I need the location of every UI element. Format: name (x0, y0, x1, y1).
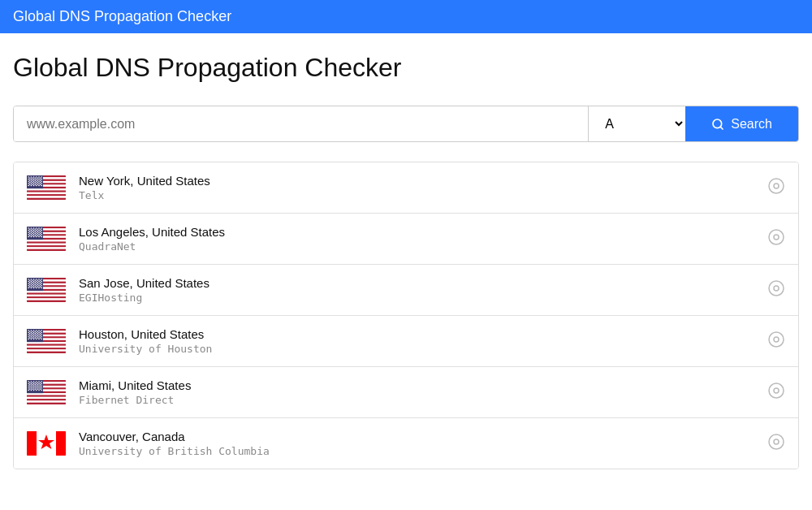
title-bar-label: Global DNS Propagation Checker (13, 8, 231, 24)
svg-point-36 (33, 183, 35, 184)
svg-point-53 (34, 179, 36, 181)
svg-point-163 (36, 283, 37, 284)
svg-point-307 (36, 390, 37, 391)
svg-point-26 (38, 179, 40, 180)
svg-point-111 (41, 236, 42, 238)
svg-line-1 (720, 127, 723, 129)
svg-rect-76 (27, 241, 66, 243)
svg-point-242 (38, 339, 40, 340)
svg-point-55 (40, 179, 41, 181)
svg-point-127 (29, 235, 31, 236)
svg-point-240 (33, 339, 35, 340)
svg-point-65 (40, 184, 41, 185)
svg-rect-207 (27, 342, 66, 344)
svg-point-222 (33, 332, 35, 334)
svg-point-93 (41, 230, 42, 231)
main-content: Global DNS Propagation Checker A AAAA CN… (0, 33, 812, 469)
svg-point-102 (33, 234, 35, 236)
svg-point-229 (36, 334, 37, 335)
svg-point-44 (38, 185, 40, 187)
svg-point-243 (41, 339, 42, 340)
svg-point-121 (40, 231, 41, 232)
svg-point-31 (36, 180, 37, 182)
svg-point-109 (36, 236, 37, 238)
svg-point-287 (31, 383, 32, 385)
svg-point-246 (34, 331, 36, 333)
svg-point-25 (36, 179, 37, 180)
svg-point-225 (41, 332, 42, 334)
svg-point-261 (34, 337, 36, 339)
svg-point-300 (33, 387, 35, 389)
svg-point-319 (40, 384, 41, 386)
table-row: San Jose, United StatesEGIHosting (14, 265, 798, 316)
svg-point-126 (40, 233, 41, 235)
svg-point-194 (32, 286, 33, 287)
svg-point-231 (41, 334, 42, 335)
svg-point-84 (33, 227, 35, 229)
svg-point-155 (31, 281, 32, 283)
provider-name: Telx (79, 189, 767, 201)
svg-point-166 (28, 285, 29, 287)
status-icon (767, 177, 785, 199)
svg-point-283 (36, 381, 37, 382)
svg-point-82 (28, 227, 29, 229)
svg-point-95 (31, 231, 32, 233)
search-icon (711, 118, 724, 131)
svg-point-252 (37, 333, 39, 335)
svg-point-110 (38, 236, 40, 238)
record-type-select[interactable]: A AAAA CNAME MX NS TXT SOA SRV CAA (588, 106, 685, 141)
svg-point-255 (32, 335, 33, 337)
svg-point-101 (31, 234, 32, 236)
svg-rect-145 (27, 298, 66, 300)
svg-point-308 (38, 390, 40, 391)
domain-input[interactable] (14, 106, 588, 141)
svg-rect-334 (56, 431, 66, 456)
svg-point-309 (41, 390, 42, 391)
svg-point-112 (29, 229, 31, 231)
svg-point-128 (32, 235, 33, 236)
svg-point-224 (38, 332, 40, 334)
svg-point-254 (29, 335, 31, 337)
svg-point-48 (34, 178, 36, 179)
svg-rect-77 (27, 244, 66, 245)
flag-icon (27, 277, 66, 303)
svg-point-175 (36, 287, 37, 289)
svg-point-103 (36, 234, 37, 236)
svg-point-329 (40, 388, 41, 390)
svg-point-197 (40, 286, 41, 287)
svg-point-230 (38, 334, 40, 335)
svg-point-314 (40, 382, 41, 384)
svg-point-325 (29, 388, 31, 390)
svg-point-177 (41, 287, 42, 289)
svg-point-288 (33, 383, 35, 385)
svg-point-248 (40, 331, 41, 333)
svg-point-228 (33, 334, 35, 335)
table-row: Miami, United StatesFibernet Direct (14, 367, 798, 418)
location-name: New York, United States (79, 174, 767, 188)
svg-point-183 (29, 282, 31, 283)
svg-point-244 (29, 331, 31, 333)
svg-point-148 (28, 279, 29, 280)
svg-point-165 (41, 283, 42, 284)
svg-point-302 (38, 387, 40, 389)
svg-point-56 (29, 182, 31, 184)
svg-point-170 (38, 285, 40, 287)
flag-icon (27, 175, 66, 201)
svg-point-91 (36, 230, 37, 231)
svg-point-39 (41, 183, 42, 184)
svg-point-150 (33, 279, 35, 280)
svg-point-317 (34, 384, 36, 386)
svg-rect-13 (27, 196, 66, 197)
search-button[interactable]: Search (685, 106, 798, 141)
svg-point-162 (33, 283, 35, 284)
svg-point-241 (36, 339, 37, 340)
svg-point-331 (774, 388, 779, 393)
svg-rect-144 (27, 296, 66, 298)
svg-point-27 (41, 179, 42, 180)
svg-point-318 (37, 384, 39, 386)
svg-rect-211 (27, 349, 66, 351)
svg-point-192 (40, 284, 41, 286)
svg-point-118 (32, 231, 33, 232)
svg-point-151 (36, 279, 37, 280)
svg-point-160 (28, 283, 29, 284)
